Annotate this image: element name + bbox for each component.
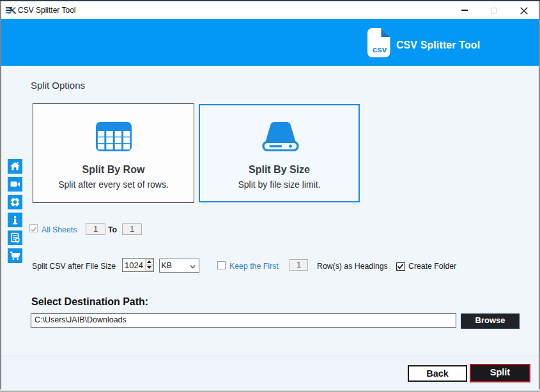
- svg-text:csv: csv: [372, 45, 387, 54]
